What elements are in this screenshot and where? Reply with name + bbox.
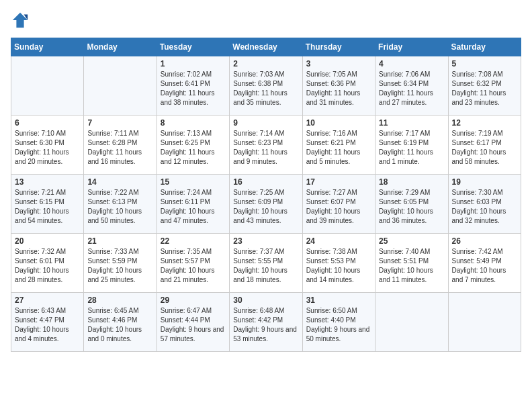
- day-number: 31: [306, 295, 371, 305]
- logo-icon: [11, 11, 30, 30]
- day-number: 25: [379, 236, 444, 246]
- calendar-cell: 7Sunrise: 7:11 AM Sunset: 6:28 PM Daylig…: [84, 116, 157, 175]
- calendar-table: SundayMondayTuesdayWednesdayThursdayFrid…: [11, 38, 521, 352]
- cell-details: Sunrise: 6:43 AM Sunset: 4:47 PM Dayligh…: [15, 306, 80, 344]
- calendar-cell: 12Sunrise: 7:19 AM Sunset: 6:17 PM Dayli…: [448, 116, 521, 175]
- cell-details: Sunrise: 7:10 AM Sunset: 6:30 PM Dayligh…: [15, 129, 80, 167]
- day-number: 10: [306, 118, 371, 128]
- day-number: 7: [87, 118, 152, 128]
- calendar-cell: 16Sunrise: 7:25 AM Sunset: 6:09 PM Dayli…: [230, 175, 302, 234]
- calendar-cell: 8Sunrise: 7:13 AM Sunset: 6:25 PM Daylig…: [157, 116, 229, 175]
- day-number: 1: [161, 59, 226, 68]
- day-number: 29: [161, 295, 226, 305]
- calendar-week-row: 1Sunrise: 7:02 AM Sunset: 6:41 PM Daylig…: [11, 56, 521, 116]
- cell-details: Sunrise: 7:02 AM Sunset: 6:41 PM Dayligh…: [161, 70, 226, 107]
- cell-details: Sunrise: 6:47 AM Sunset: 4:44 PM Dayligh…: [161, 306, 226, 344]
- day-header-saturday: Saturday: [448, 38, 521, 56]
- calendar-cell: 27Sunrise: 6:43 AM Sunset: 4:47 PM Dayli…: [11, 293, 84, 352]
- cell-details: Sunrise: 6:48 AM Sunset: 4:42 PM Dayligh…: [233, 306, 298, 344]
- cell-details: Sunrise: 7:27 AM Sunset: 6:07 PM Dayligh…: [306, 188, 371, 226]
- day-number: 5: [452, 59, 517, 68]
- calendar-cell: 23Sunrise: 7:37 AM Sunset: 5:55 PM Dayli…: [230, 234, 302, 293]
- day-number: 9: [233, 118, 298, 128]
- cell-details: Sunrise: 7:33 AM Sunset: 5:59 PM Dayligh…: [87, 247, 152, 285]
- calendar-cell: [375, 293, 448, 352]
- cell-details: Sunrise: 7:05 AM Sunset: 6:36 PM Dayligh…: [306, 70, 371, 107]
- calendar-cell: 11Sunrise: 7:17 AM Sunset: 6:19 PM Dayli…: [375, 116, 448, 175]
- calendar-cell: 1Sunrise: 7:02 AM Sunset: 6:41 PM Daylig…: [157, 56, 229, 116]
- calendar-cell: 13Sunrise: 7:21 AM Sunset: 6:15 PM Dayli…: [11, 175, 84, 234]
- calendar-cell: 15Sunrise: 7:24 AM Sunset: 6:11 PM Dayli…: [157, 175, 229, 234]
- cell-details: Sunrise: 7:35 AM Sunset: 5:57 PM Dayligh…: [161, 247, 226, 285]
- calendar-cell: 28Sunrise: 6:45 AM Sunset: 4:46 PM Dayli…: [84, 293, 157, 352]
- day-header-thursday: Thursday: [302, 38, 375, 56]
- cell-details: Sunrise: 7:16 AM Sunset: 6:21 PM Dayligh…: [306, 129, 371, 167]
- day-number: 4: [379, 59, 444, 68]
- cell-details: Sunrise: 7:29 AM Sunset: 6:05 PM Dayligh…: [379, 188, 444, 226]
- calendar-cell: 19Sunrise: 7:30 AM Sunset: 6:03 PM Dayli…: [448, 175, 521, 234]
- calendar-cell: 5Sunrise: 7:08 AM Sunset: 6:32 PM Daylig…: [448, 56, 521, 116]
- day-number: 2: [233, 59, 298, 68]
- calendar-cell: [84, 56, 157, 116]
- calendar-cell: 25Sunrise: 7:40 AM Sunset: 5:51 PM Dayli…: [375, 234, 448, 293]
- cell-details: Sunrise: 7:14 AM Sunset: 6:23 PM Dayligh…: [233, 129, 298, 167]
- day-number: 12: [452, 118, 517, 128]
- day-number: 13: [15, 177, 80, 187]
- cell-details: Sunrise: 7:37 AM Sunset: 5:55 PM Dayligh…: [233, 247, 298, 285]
- calendar-cell: 10Sunrise: 7:16 AM Sunset: 6:21 PM Dayli…: [302, 116, 375, 175]
- day-number: 22: [161, 236, 226, 246]
- day-number: 6: [15, 118, 80, 128]
- cell-details: Sunrise: 7:08 AM Sunset: 6:32 PM Dayligh…: [452, 70, 517, 107]
- day-header-sunday: Sunday: [11, 38, 84, 56]
- day-number: 19: [452, 177, 517, 187]
- page-header: [11, 11, 521, 30]
- day-number: 17: [306, 177, 371, 187]
- day-header-wednesday: Wednesday: [230, 38, 302, 56]
- cell-details: Sunrise: 7:22 AM Sunset: 6:13 PM Dayligh…: [87, 188, 152, 226]
- calendar-cell: 31Sunrise: 6:50 AM Sunset: 4:40 PM Dayli…: [302, 293, 375, 352]
- cell-details: Sunrise: 7:32 AM Sunset: 6:01 PM Dayligh…: [15, 247, 80, 285]
- calendar-week-row: 27Sunrise: 6:43 AM Sunset: 4:47 PM Dayli…: [11, 293, 521, 352]
- calendar-cell: 9Sunrise: 7:14 AM Sunset: 6:23 PM Daylig…: [230, 116, 302, 175]
- calendar-header-row: SundayMondayTuesdayWednesdayThursdayFrid…: [11, 38, 521, 56]
- calendar-cell: [11, 56, 84, 116]
- day-number: 27: [15, 295, 80, 305]
- calendar-cell: 2Sunrise: 7:03 AM Sunset: 6:38 PM Daylig…: [230, 56, 302, 116]
- calendar-cell: 20Sunrise: 7:32 AM Sunset: 6:01 PM Dayli…: [11, 234, 84, 293]
- calendar-cell: 21Sunrise: 7:33 AM Sunset: 5:59 PM Dayli…: [84, 234, 157, 293]
- calendar-cell: [448, 293, 521, 352]
- cell-details: Sunrise: 7:19 AM Sunset: 6:17 PM Dayligh…: [452, 129, 517, 167]
- cell-details: Sunrise: 6:45 AM Sunset: 4:46 PM Dayligh…: [87, 306, 152, 344]
- day-header-tuesday: Tuesday: [157, 38, 229, 56]
- cell-details: Sunrise: 7:24 AM Sunset: 6:11 PM Dayligh…: [161, 188, 226, 226]
- calendar-cell: 18Sunrise: 7:29 AM Sunset: 6:05 PM Dayli…: [375, 175, 448, 234]
- cell-details: Sunrise: 6:50 AM Sunset: 4:40 PM Dayligh…: [306, 306, 371, 344]
- day-number: 23: [233, 236, 298, 246]
- calendar-cell: 14Sunrise: 7:22 AM Sunset: 6:13 PM Dayli…: [84, 175, 157, 234]
- cell-details: Sunrise: 7:21 AM Sunset: 6:15 PM Dayligh…: [15, 188, 80, 226]
- day-number: 14: [87, 177, 152, 187]
- day-number: 26: [452, 236, 517, 246]
- day-number: 21: [87, 236, 152, 246]
- day-number: 18: [379, 177, 444, 187]
- calendar-cell: 4Sunrise: 7:06 AM Sunset: 6:34 PM Daylig…: [375, 56, 448, 116]
- calendar-cell: 17Sunrise: 7:27 AM Sunset: 6:07 PM Dayli…: [302, 175, 375, 234]
- calendar-week-row: 20Sunrise: 7:32 AM Sunset: 6:01 PM Dayli…: [11, 234, 521, 293]
- day-header-friday: Friday: [375, 38, 448, 56]
- day-number: 20: [15, 236, 80, 246]
- day-number: 16: [233, 177, 298, 187]
- cell-details: Sunrise: 7:40 AM Sunset: 5:51 PM Dayligh…: [379, 247, 444, 285]
- cell-details: Sunrise: 7:11 AM Sunset: 6:28 PM Dayligh…: [87, 129, 152, 167]
- calendar-cell: 30Sunrise: 6:48 AM Sunset: 4:42 PM Dayli…: [230, 293, 302, 352]
- day-number: 15: [161, 177, 226, 187]
- calendar-week-row: 6Sunrise: 7:10 AM Sunset: 6:30 PM Daylig…: [11, 116, 521, 175]
- logo: [11, 11, 32, 30]
- day-number: 8: [161, 118, 226, 128]
- cell-details: Sunrise: 7:13 AM Sunset: 6:25 PM Dayligh…: [161, 129, 226, 167]
- calendar-week-row: 13Sunrise: 7:21 AM Sunset: 6:15 PM Dayli…: [11, 175, 521, 234]
- cell-details: Sunrise: 7:03 AM Sunset: 6:38 PM Dayligh…: [233, 70, 298, 107]
- day-number: 3: [306, 59, 371, 68]
- cell-details: Sunrise: 7:30 AM Sunset: 6:03 PM Dayligh…: [452, 188, 517, 226]
- calendar-cell: 6Sunrise: 7:10 AM Sunset: 6:30 PM Daylig…: [11, 116, 84, 175]
- day-number: 11: [379, 118, 444, 128]
